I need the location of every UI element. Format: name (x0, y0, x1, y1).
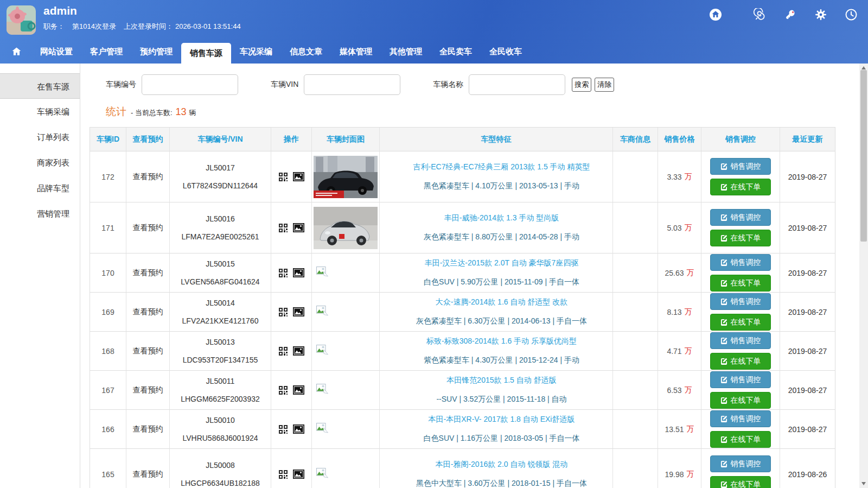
online-order-button[interactable]: 在线下单 (710, 314, 771, 331)
qr-code-icon[interactable] (279, 173, 288, 181)
picture-icon[interactable] (293, 223, 304, 232)
picture-icon[interactable] (293, 172, 304, 181)
scrollbar-down-arrow[interactable] (859, 479, 868, 488)
sales-control-button[interactable]: 销售调控 (710, 410, 771, 427)
vehicle-model-link[interactable]: 本田-本田XR-V- 2017款 1.8 自动 EXi舒适版 (429, 415, 575, 424)
search-input-1[interactable] (304, 74, 400, 95)
sales-control-button[interactable]: 销售调控 (710, 371, 771, 388)
sidebar-item-4[interactable]: 品牌车型 (0, 175, 80, 201)
vehicle-meta: 白色SUV | 1.16万公里 | 2018-03-05 | 手自一体 (424, 434, 580, 443)
placeholder-image[interactable] (316, 423, 328, 435)
nav-tab-3[interactable]: 销售车源 (181, 43, 231, 64)
sidebar-item-1[interactable]: 车辆采编 (0, 99, 80, 124)
sales-control-button[interactable]: 销售调控 (710, 209, 771, 226)
picture-icon[interactable] (293, 470, 304, 479)
qr-code-icon[interactable] (279, 347, 288, 356)
search-input-2[interactable] (469, 74, 565, 95)
online-order-button[interactable]: 在线下单 (710, 476, 771, 488)
online-order-button[interactable]: 在线下单 (710, 179, 771, 195)
home-icon[interactable] (709, 8, 723, 22)
edit-icon (720, 259, 727, 266)
sales-control-button[interactable]: 销售调控 (710, 158, 771, 175)
sales-control-button[interactable]: 销售调控 (710, 254, 771, 271)
nav-tab-4[interactable]: 车况采编 (231, 39, 281, 64)
photo-silver-car[interactable] (314, 207, 378, 249)
sidebar-item-0[interactable]: 在售车源 (0, 73, 80, 99)
nav-tab-6[interactable]: 媒体管理 (331, 39, 381, 64)
nav-tab-1[interactable]: 客户管理 (81, 39, 131, 64)
picture-icon[interactable] (293, 307, 304, 316)
key-icon[interactable] (783, 8, 797, 22)
online-order-button[interactable]: 在线下单 (710, 431, 771, 448)
nav-tab-7[interactable]: 其他管理 (381, 39, 431, 64)
qr-code-icon[interactable] (279, 224, 288, 232)
nav-home-icon[interactable] (11, 39, 22, 64)
search-input-0[interactable] (142, 74, 238, 95)
nav-tab-0[interactable]: 网站设置 (31, 39, 81, 64)
sidebar-item-5[interactable]: 营销管理 (0, 201, 80, 226)
online-order-button[interactable]: 在线下单 (710, 230, 771, 246)
picture-icon[interactable] (293, 346, 304, 356)
sidebar-item-2[interactable]: 订单列表 (0, 124, 80, 150)
qr-code-icon[interactable] (279, 470, 288, 479)
view-reservation-link[interactable]: 查看预约 (133, 223, 163, 233)
vertical-scrollbar (859, 64, 868, 488)
gear-icon[interactable] (814, 8, 828, 22)
nav-tab-2[interactable]: 预约管理 (131, 39, 181, 64)
photo-black-sedan[interactable] (314, 156, 378, 198)
vehicle-model-link[interactable]: 本田锋范2015款 1.5 自动 舒适版 (446, 376, 556, 385)
qr-code-icon[interactable] (279, 425, 288, 434)
view-reservation-link[interactable]: 查看预约 (133, 385, 163, 395)
edit-icon (720, 319, 727, 326)
view-reservation-link[interactable]: 查看预约 (133, 172, 163, 182)
spiral-icon[interactable] (753, 8, 767, 22)
nav-tab-8[interactable]: 全民卖车 (431, 39, 481, 64)
picture-icon[interactable] (293, 268, 304, 277)
scrollbar-thumb[interactable] (860, 70, 867, 242)
vehicle-id: 172 (90, 151, 126, 202)
search-button[interactable]: 搜索 (572, 78, 591, 92)
vehicle-model-link[interactable]: 丰田-威驰-2014款 1.3 手动 型尚版 (444, 213, 559, 223)
nav-tab-9[interactable]: 全民收车 (481, 39, 531, 64)
qr-code-icon[interactable] (279, 386, 288, 395)
online-order-button[interactable]: 在线下单 (710, 353, 771, 370)
vehicle-model-link[interactable]: 丰田-汉兰达-2015款 2.0T 自动 豪华版7座四驱 (425, 258, 579, 268)
sales-control-label: 销售调控 (731, 258, 761, 268)
sales-control-cell: 销售调控在线下单 (701, 293, 780, 332)
vehicle-model-link[interactable]: 本田-雅阁-2016款 2.0 自动 锐领版 混动 (436, 460, 568, 470)
operation-cell (271, 332, 312, 371)
table-row: 172查看预约JL50017L6T7824S9DN112644吉利-EC7经典-… (90, 151, 835, 202)
sidebar-item-3[interactable]: 商家列表 (0, 150, 80, 175)
clock-icon[interactable] (844, 8, 858, 22)
price-unit: 万 (685, 346, 692, 356)
picture-icon[interactable] (293, 385, 304, 395)
sales-control-button[interactable]: 销售调控 (710, 332, 771, 349)
vehicle-model-link[interactable]: 大众-速腾-2014款 1.6 自动 舒适型 改款 (436, 297, 568, 307)
placeholder-image[interactable] (316, 267, 328, 279)
sales-control-button[interactable]: 销售调控 (710, 293, 771, 310)
sales-control-button[interactable]: 销售调控 (710, 455, 771, 472)
main-nav: 网站设置客户管理预约管理销售车源车况采编信息文章媒体管理其他管理全民卖车全民收车 (0, 39, 868, 64)
view-reservation-link[interactable]: 查看预约 (133, 424, 163, 434)
view-reservation-link[interactable]: 查看预约 (133, 346, 163, 356)
placeholder-image[interactable] (316, 468, 328, 480)
vehicle-model-link[interactable]: 标致-标致308-2014款 1.6 手动 乐享版优尚型 (426, 337, 577, 346)
clear-button[interactable]: 清除 (595, 78, 614, 92)
view-reservation-link[interactable]: 查看预约 (133, 268, 163, 278)
online-order-button[interactable]: 在线下单 (710, 392, 771, 409)
qr-code-icon[interactable] (279, 269, 288, 277)
picture-icon[interactable] (293, 424, 304, 434)
view-reservation-link[interactable]: 查看预约 (133, 470, 163, 479)
vehicle-model-link[interactable]: 吉利-EC7经典-EC7经典三厢 2013款 1.5 手动 精英型 (413, 162, 590, 172)
view-reservation-link[interactable]: 查看预约 (133, 307, 163, 317)
table-row: 170查看预约JL50015LVGEN56A8FG041624丰田-汉兰达-20… (90, 253, 835, 293)
online-order-button[interactable]: 在线下单 (710, 275, 771, 291)
cover-image-cell (312, 151, 380, 202)
placeholder-image[interactable] (316, 345, 328, 357)
placeholder-image[interactable] (316, 306, 328, 318)
placeholder-image[interactable] (316, 384, 328, 396)
price-cell: 13.51万 (658, 410, 701, 449)
nav-tab-5[interactable]: 信息文章 (281, 39, 331, 64)
online-order-label: 在线下单 (731, 480, 761, 488)
qr-code-icon[interactable] (279, 308, 288, 316)
